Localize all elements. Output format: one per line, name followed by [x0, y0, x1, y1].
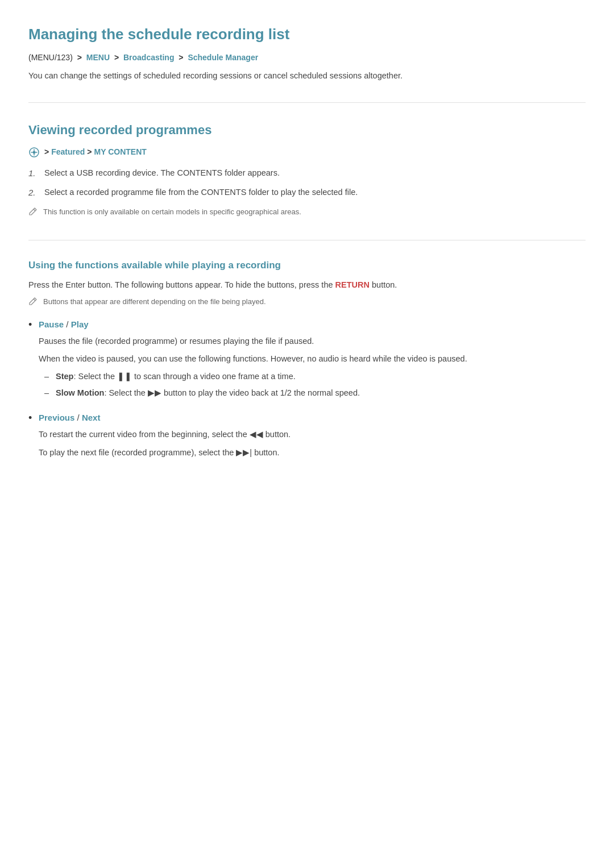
section3-bullet-list: • Pause / Play Pauses the file (recorded… [28, 318, 586, 464]
bullet-1-content: Pause / Play Pauses the file (recorded p… [39, 318, 586, 404]
step-text: Select the ❚❚ to scan through a video on… [76, 372, 295, 381]
bullet-2-label: Previous / Next [39, 411, 586, 425]
breadcrumb-sep2: > [114, 53, 119, 62]
pencil-icon [28, 207, 39, 220]
breadcrumb-sep3: > [179, 53, 183, 62]
section3-press-text: Press the Enter button. The following bu… [28, 279, 586, 292]
previous-link: Previous [39, 413, 74, 422]
pause-link: Pause [39, 319, 64, 329]
bullet-2-sub2: To play the next file (recorded programm… [39, 446, 586, 459]
bullet-1-sub1: Pauses the file (recorded programme) or … [39, 335, 586, 348]
return-label: RETURN [335, 280, 370, 289]
bullet-pause-play: • Pause / Play Pauses the file (recorded… [28, 318, 586, 404]
section2-note-text: This function is only available on certa… [43, 206, 301, 218]
section3-note: Buttons that appear are different depend… [28, 296, 586, 310]
step-2-num: 2. [28, 186, 44, 200]
dash-2: – [44, 387, 56, 400]
breadcrumb-managing: (MENU/123) > MENU > Broadcasting > Sched… [28, 51, 586, 64]
press-text-before: Press the Enter button. The following bu… [28, 280, 335, 289]
bullet-1-sep: / [64, 319, 71, 329]
section-divider-1 [28, 102, 586, 103]
section-managing: Managing the schedule recording list (ME… [28, 23, 586, 82]
press-text-after: button. [370, 280, 397, 289]
bullet-1-sub2: When the video is paused, you can use th… [39, 352, 586, 366]
section2-nav: > Featured > MY CONTENT [28, 146, 586, 158]
section2-title: Viewing recorded programmes [28, 120, 586, 140]
bullet-1-label: Pause / Play [39, 318, 586, 331]
slow-motion-term: Slow Motion [56, 388, 104, 397]
nav-my-content: MY CONTENT [94, 146, 147, 158]
nav-featured: Featured [51, 146, 85, 158]
section1-title: Managing the schedule recording list [28, 23, 586, 47]
breadcrumb-broadcasting: Broadcasting [123, 53, 174, 62]
dash-slow-motion: – Slow Motion: Select the ▶▶ button to p… [39, 387, 586, 400]
step-1-num: 1. [28, 167, 44, 180]
nav-sep1: > [44, 146, 49, 158]
section2-note: This function is only available on certa… [28, 206, 586, 220]
step-2-text: Select a recorded programme file from th… [44, 186, 358, 199]
breadcrumb-part1: (MENU/123) [28, 53, 73, 62]
breadcrumb-schedule-manager: Schedule Manager [188, 53, 258, 62]
bullet-2-sub1: To restart the current video from the be… [39, 428, 586, 441]
play-link: Play [71, 319, 89, 329]
bullet-2-content: Previous / Next To restart the current v… [39, 411, 586, 463]
dash-1: – [44, 370, 56, 383]
bullet-1-dash-list: – Step: Select the ❚❚ to scan through a … [39, 370, 586, 400]
bullet-2-sep: / [74, 413, 82, 422]
section-viewing: Viewing recorded programmes > Featured >… [28, 120, 586, 219]
next-link: Next [82, 413, 101, 422]
section3-title: Using the functions available while play… [28, 258, 586, 273]
section2-steps: 1. Select a USB recording device. The CO… [28, 167, 586, 200]
bullet-dot-1: • [28, 318, 39, 332]
breadcrumb-menu: MENU [86, 53, 110, 62]
dash-step: – Step: Select the ❚❚ to scan through a … [39, 370, 586, 383]
svg-point-1 [33, 151, 36, 153]
breadcrumb-sep1: > [77, 53, 82, 62]
step-1-text: Select a USB recording device. The CONTE… [44, 167, 280, 180]
section-functions: Using the functions available while play… [28, 258, 586, 464]
section1-description: You can change the settings of scheduled… [28, 69, 586, 82]
dash-step-text: Step: Select the ❚❚ to scan through a vi… [56, 370, 296, 383]
slow-motion-text: Select the ▶▶ button to play the video b… [106, 388, 360, 397]
section-divider-2 [28, 240, 586, 240]
step-term: Step [56, 372, 73, 381]
step-1: 1. Select a USB recording device. The CO… [28, 167, 586, 180]
bullet-previous-next: • Previous / Next To restart the current… [28, 411, 586, 463]
step-2: 2. Select a recorded programme file from… [28, 186, 586, 200]
featured-icon [28, 147, 40, 158]
bullet-dot-2: • [28, 411, 39, 425]
section3-note-text: Buttons that appear are different depend… [43, 296, 266, 308]
nav-sep2: > [87, 146, 92, 158]
dash-slow-motion-text: Slow Motion: Select the ▶▶ button to pla… [56, 387, 360, 400]
pencil-icon-2 [28, 297, 39, 310]
